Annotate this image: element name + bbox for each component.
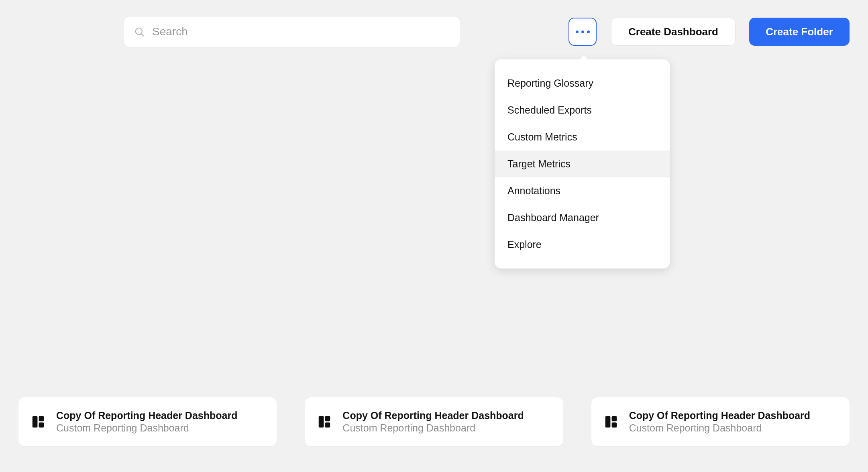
more-actions-button[interactable]	[568, 18, 597, 46]
svg-rect-7	[325, 423, 330, 428]
search-field-wrapper[interactable]	[124, 16, 460, 47]
dropdown-item-label: Custom Metrics	[507, 131, 577, 143]
top-toolbar: Create Dashboard Create Folder	[0, 16, 868, 48]
dropdown-item[interactable]: Dashboard Manager	[495, 204, 670, 231]
svg-point-0	[136, 28, 142, 35]
dashboard-card-text: Copy Of Reporting Header DashboardCustom…	[629, 410, 810, 434]
dashboard-card-subtitle: Custom Reporting Dashboard	[629, 422, 810, 434]
more-actions-menu: Reporting GlossaryScheduled ExportsCusto…	[495, 59, 670, 269]
svg-line-1	[141, 34, 143, 36]
dashboard-card[interactable]: Copy Of Reporting Header DashboardCustom…	[18, 397, 277, 446]
dashboard-card-text: Copy Of Reporting Header DashboardCustom…	[342, 410, 524, 434]
dropdown-item-label: Dashboard Manager	[507, 212, 599, 224]
dropdown-item-label: Scheduled Exports	[507, 104, 592, 116]
svg-rect-4	[39, 423, 44, 428]
svg-rect-2	[33, 416, 38, 428]
dropdown-item-label: Explore	[507, 239, 542, 250]
dashboard-card-subtitle: Custom Reporting Dashboard	[342, 422, 524, 434]
dashboard-cards-row: Copy Of Reporting Header DashboardCustom…	[18, 397, 850, 446]
dashboard-tile-icon	[603, 414, 619, 429]
svg-rect-5	[319, 416, 324, 428]
svg-rect-10	[611, 423, 617, 428]
dropdown-item[interactable]: Explore	[495, 231, 670, 258]
search-icon	[134, 26, 145, 37]
dropdown-item[interactable]: Target Metrics	[495, 151, 670, 177]
dashboard-tile-icon	[317, 414, 332, 429]
dropdown-item[interactable]: Reporting Glossary	[495, 70, 670, 97]
dashboard-tile-icon	[31, 414, 46, 429]
search-input[interactable]	[152, 25, 450, 38]
more-dots-icon	[576, 31, 590, 33]
dropdown-item[interactable]: Annotations	[495, 177, 670, 204]
dashboard-card-subtitle: Custom Reporting Dashboard	[56, 422, 237, 434]
dashboard-card-title: Copy Of Reporting Header Dashboard	[342, 410, 524, 421]
dropdown-item-label: Reporting Glossary	[507, 77, 593, 89]
svg-rect-8	[605, 416, 610, 428]
dropdown-item-label: Target Metrics	[507, 158, 571, 170]
dashboard-card[interactable]: Copy Of Reporting Header DashboardCustom…	[305, 397, 563, 446]
dropdown-item[interactable]: Scheduled Exports	[495, 97, 670, 124]
dashboard-card-text: Copy Of Reporting Header DashboardCustom…	[56, 410, 237, 434]
dropdown-item[interactable]: Custom Metrics	[495, 124, 670, 151]
create-folder-button[interactable]: Create Folder	[749, 18, 850, 46]
svg-rect-3	[39, 416, 44, 421]
svg-rect-9	[611, 416, 617, 421]
dashboard-card-title: Copy Of Reporting Header Dashboard	[629, 410, 810, 421]
svg-rect-6	[325, 416, 330, 421]
dashboard-card[interactable]: Copy Of Reporting Header DashboardCustom…	[591, 397, 850, 446]
dashboard-card-title: Copy Of Reporting Header Dashboard	[56, 410, 237, 421]
create-dashboard-button[interactable]: Create Dashboard	[611, 18, 736, 46]
dropdown-item-label: Annotations	[507, 185, 560, 197]
